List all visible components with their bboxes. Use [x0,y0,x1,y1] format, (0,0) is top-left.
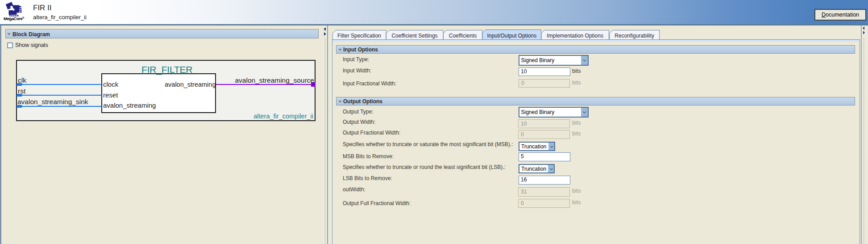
svg-text:Coefficients: Coefficients [449,33,477,39]
svg-text:Implementation Options: Implementation Options [547,33,603,39]
svg-text:Coefficient Settings: Coefficient Settings [391,33,437,39]
svg-text:Reconfigurability: Reconfigurability [615,33,654,39]
svg-text:Filter Specification: Filter Specification [337,33,381,39]
svg-text:Input/Output Options: Input/Output Options [487,33,536,39]
